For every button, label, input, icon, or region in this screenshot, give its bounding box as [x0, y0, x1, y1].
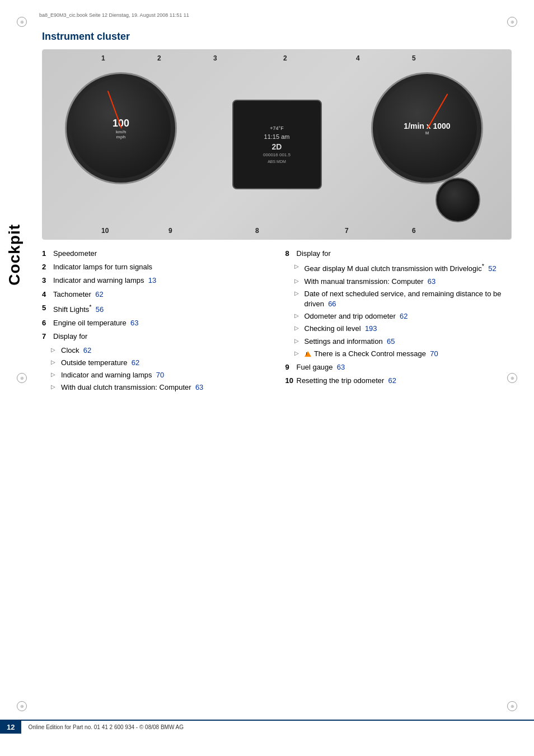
desc-text-8: Display for [297, 249, 512, 259]
sub-text-8-4: Odometer and trip odometer 62 [305, 311, 408, 321]
desc-text-6: Engine oil temperature 63 [53, 318, 269, 328]
sub-item-8-4: ▷ Odometer and trip odometer 62 [294, 311, 512, 321]
img-num-6: 6 [412, 227, 416, 235]
center-odometer: 000016 001.5 [263, 152, 291, 157]
ref-8-3[interactable]: 66 [328, 300, 336, 308]
description-container: 1 Speedometer 2 Indicator lamps for turn… [42, 249, 512, 395]
tachometer-gauge: 1/min x 1000 M [371, 72, 483, 184]
sub-text-7-3: Indicator and warning lamps 70 [61, 370, 164, 380]
sub-item-8-1: ▷ Gear display M dual clutch transmissio… [294, 262, 512, 274]
img-num-10: 10 [101, 227, 109, 235]
sub-text-8-2: With manual transmission: Computer 63 [305, 277, 436, 287]
desc-item-9: 9 Fuel gauge 63 [285, 362, 512, 372]
star-5: * [89, 304, 91, 310]
sub-item-8-7: ▷ There is a Check Control message 70 [294, 349, 512, 359]
ref-7-1[interactable]: 62 [83, 346, 91, 354]
ref-3[interactable]: 13 [148, 276, 156, 284]
desc-num-10: 10 [285, 376, 294, 386]
center-display: +74°F 11:15 am 2D 000016 001.5 ABS MDM [232, 100, 322, 189]
center-warning-area: ABS MDM [268, 160, 286, 164]
desc-item-2: 2 Indicator lamps for turn signals [42, 262, 269, 272]
desc-text-5: Shift Lights* 56 [53, 303, 269, 315]
sidebar-label: Cockpit [6, 224, 24, 286]
sub-text-8-7: There is a Check Control message 70 [305, 349, 438, 359]
desc-subitems-8: ▷ Gear display M dual clutch transmissio… [294, 262, 512, 359]
desc-text-10: Resetting the trip odometer 62 [297, 376, 512, 386]
section-title: Instrument cluster [42, 31, 512, 43]
arrow-icon-8-5: ▷ [294, 324, 302, 332]
img-num-4: 4 [356, 54, 360, 62]
ref-5[interactable]: 56 [96, 305, 104, 314]
ref-9[interactable]: 63 [337, 363, 345, 371]
desc-num-9: 9 [285, 362, 294, 372]
desc-subitems-7: ▷ Clock 62 ▷ Outside temperature 62 ▷ In… [51, 346, 269, 393]
desc-item-8: 8 Display for [285, 249, 512, 259]
star-8-1: * [482, 263, 484, 269]
desc-item-6: 6 Engine oil temperature 63 [42, 318, 269, 328]
arrow-icon-7-1: ▷ [51, 346, 59, 354]
desc-text-2: Indicator lamps for turn signals [53, 262, 269, 272]
desc-text-7: Display for [53, 332, 269, 342]
desc-num-1: 1 [42, 249, 51, 259]
ref-8-6[interactable]: 65 [387, 337, 395, 346]
file-info: ba8_E90M3_cic.book Seite 12 Dienstag, 19… [39, 12, 189, 18]
img-num-5: 5 [412, 54, 416, 62]
fuel-gauge-inner [439, 181, 477, 219]
desc-num-8: 8 [285, 249, 294, 259]
ref-7-2[interactable]: 62 [132, 358, 139, 367]
ref-8-7[interactable]: 70 [430, 349, 438, 358]
reg-mark-bottom-left: ⊕ [17, 701, 27, 711]
sub-text-8-3: Date of next scheduled service, and rema… [305, 289, 512, 309]
arrow-icon-7-2: ▷ [51, 358, 59, 366]
cluster-background: 1 2 3 2 4 5 100 km/h mph [43, 50, 511, 239]
reg-mark-mid-left: ⊕ [17, 373, 27, 383]
desc-num-5: 5 [42, 303, 51, 313]
ref-8-5[interactable]: 193 [365, 324, 377, 333]
center-temp: +74°F [270, 125, 283, 131]
desc-item-5: 5 Shift Lights* 56 [42, 303, 269, 315]
center-time: 11:15 am [264, 133, 290, 140]
cluster-image: 1 2 3 2 4 5 100 km/h mph [42, 49, 512, 240]
sub-item-7-4: ▷ With dual clutch transmission: Compute… [51, 382, 269, 393]
ref-7-4[interactable]: 63 [195, 383, 203, 391]
ref-6[interactable]: 63 [130, 319, 138, 327]
reg-mark-top-right: ⊕ [507, 17, 517, 27]
desc-num-3: 3 [42, 276, 51, 286]
speedometer-inner: 100 km/h mph [71, 78, 171, 178]
desc-text-4: Tachometer 62 [53, 290, 269, 300]
ref-8-4[interactable]: 62 [400, 312, 407, 320]
footer-text: Online Edition for Part no. 01 41 2 600 … [28, 724, 184, 730]
sub-text-7-1: Clock 62 [61, 346, 91, 356]
center-gear: 2D [272, 142, 282, 151]
sub-item-7-3: ▷ Indicator and warning lamps 70 [51, 370, 269, 380]
fuel-gauge [435, 178, 480, 222]
sub-item-8-6: ▷ Settings and information 65 [294, 337, 512, 347]
desc-num-6: 6 [42, 318, 51, 328]
sub-text-7-4: With dual clutch transmission: Computer … [61, 382, 203, 393]
ref-4[interactable]: 62 [95, 290, 103, 298]
sub-text-8-6: Settings and information 65 [305, 337, 395, 347]
ref-7-3[interactable]: 70 [156, 371, 164, 379]
arrow-icon-8-7: ▷ [294, 349, 302, 357]
arrow-icon-8-3: ▷ [294, 290, 302, 297]
desc-column-right: 8 Display for ▷ Gear display M dual clut… [285, 249, 512, 395]
page-number: 12 [0, 721, 21, 734]
ref-8-2[interactable]: 63 [428, 277, 435, 286]
sub-item-7-2: ▷ Outside temperature 62 [51, 358, 269, 368]
reg-mark-top-left: ⊕ [17, 17, 27, 27]
ref-8-1[interactable]: 52 [488, 265, 496, 273]
sub-item-8-2: ▷ With manual transmission: Computer 63 [294, 277, 512, 287]
img-num-2b: 2 [283, 54, 287, 62]
ref-10[interactable]: 62 [388, 376, 396, 385]
arrow-icon-8-6: ▷ [294, 337, 302, 345]
img-num-9: 9 [168, 227, 172, 235]
desc-item-3: 3 Indicator and warning lamps 13 [42, 276, 269, 286]
desc-text-3: Indicator and warning lamps 13 [53, 276, 269, 286]
desc-column-left: 1 Speedometer 2 Indicator lamps for turn… [42, 249, 269, 395]
img-num-8: 8 [255, 227, 259, 235]
img-num-1: 1 [101, 54, 105, 62]
arrow-icon-8-4: ▷ [294, 312, 302, 320]
arrow-icon-8-2: ▷ [294, 277, 302, 285]
img-num-7: 7 [345, 227, 349, 235]
desc-num-7: 7 [42, 332, 51, 342]
